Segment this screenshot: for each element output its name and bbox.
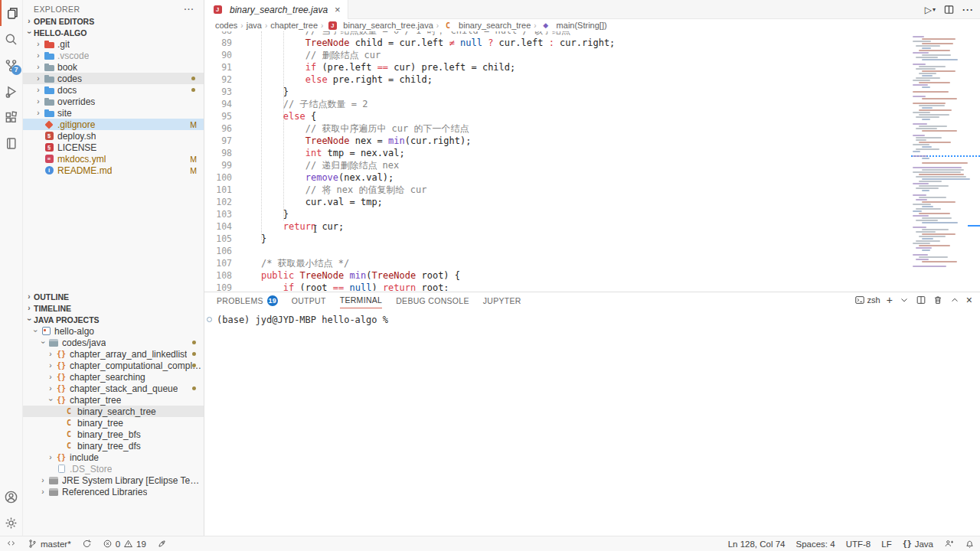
activity-bar-extensions[interactable] bbox=[0, 104, 23, 130]
java-project-item-binary-tree-dfs[interactable]: Cbinary_tree_dfs bbox=[23, 440, 204, 452]
code-line-101[interactable]: 101 // 将 nex 的值复制给 cur bbox=[204, 184, 913, 196]
gutter-line-number[interactable]: 99 bbox=[204, 159, 232, 171]
java-project-item-chapter-computational-complexity[interactable]: ›{}chapter_computational_complexity bbox=[23, 360, 204, 371]
explorer-item-license[interactable]: §LICENSE bbox=[23, 142, 204, 153]
status-indentation[interactable]: Spaces: 4 bbox=[790, 536, 840, 551]
java-project-item-binary-search-tree[interactable]: Cbinary_search_tree bbox=[23, 406, 204, 417]
gutter-line-number[interactable]: 106 bbox=[204, 245, 232, 257]
gutter-line-number[interactable]: 100 bbox=[204, 171, 232, 184]
status-notifications-bell[interactable] bbox=[959, 536, 980, 551]
code-line-96[interactable]: 96 // 获取中序遍历中 cur 的下一个结点 bbox=[204, 122, 913, 135]
status-task-status[interactable] bbox=[152, 536, 172, 551]
java-project-item-binary-tree-bfs[interactable]: Cbinary_tree_bfs bbox=[23, 429, 204, 440]
gutter-line-number[interactable]: 96 bbox=[204, 122, 232, 135]
java-project-item-chapter-tree[interactable]: ›{}chapter_tree bbox=[23, 394, 204, 406]
gutter-line-number[interactable]: 91 bbox=[204, 61, 232, 73]
code-line-102[interactable]: 102 cur.val = tmp; bbox=[204, 196, 913, 208]
code-line-104[interactable]: 104 return cur; bbox=[204, 220, 913, 233]
explorer-item-readme-md[interactable]: iREADME.mdM bbox=[23, 165, 204, 176]
more-actions-button[interactable]: ··· bbox=[962, 5, 974, 15]
outline-section[interactable]: › OUTLINE bbox=[23, 291, 204, 302]
code-line-92[interactable]: 92 else pre.right = child; bbox=[204, 73, 913, 86]
code-line-89[interactable]: 89 TreeNode child = cur.left ≠ null ? cu… bbox=[204, 37, 913, 49]
panel-tab-terminal[interactable]: TERMINAL bbox=[340, 292, 383, 308]
panel-tab-jupyter[interactable]: JUPYTER bbox=[483, 292, 521, 308]
code-line-106[interactable]: 106 bbox=[204, 245, 913, 257]
code-line-88[interactable]: 88 // 当子结点数量 = 0 / 1 时， child = null / 该… bbox=[204, 31, 913, 37]
explorer-more-actions-icon[interactable]: ··· bbox=[185, 5, 198, 14]
code-line-97[interactable]: 97 TreeNode nex = min(cur.right); bbox=[204, 135, 913, 147]
explorer-item-mkdocs-yml[interactable]: ≡mkdocs.ymlM bbox=[23, 153, 204, 165]
gutter-line-number[interactable]: 103 bbox=[204, 208, 232, 220]
status-feedback[interactable] bbox=[939, 536, 959, 551]
gutter-line-number[interactable]: 94 bbox=[204, 98, 232, 110]
split-editor-button[interactable] bbox=[943, 4, 955, 15]
explorer-item-codes[interactable]: ›codes bbox=[23, 73, 204, 84]
status-problems-status[interactable]: 019 bbox=[97, 536, 152, 551]
terminal-dropdown-button[interactable] bbox=[899, 295, 910, 305]
close-panel-button[interactable]: × bbox=[966, 295, 972, 305]
java-project-item-hello-algo[interactable]: ›hello-algo bbox=[23, 325, 204, 337]
panel-tab-problems[interactable]: PROBLEMS19 bbox=[217, 292, 278, 308]
java-project-item-chapter-array-and-linkedlist[interactable]: ›{}chapter_array_and_linkedlist bbox=[23, 348, 204, 360]
panel-tab-output[interactable]: OUTPUT bbox=[292, 292, 326, 308]
explorer-item--git[interactable]: ›.git bbox=[23, 38, 204, 50]
status-branch-status[interactable]: master* bbox=[22, 536, 77, 551]
workspace-root-section[interactable]: › HELLO-ALGO bbox=[23, 27, 204, 38]
timeline-section[interactable]: › TIMELINE bbox=[23, 302, 204, 314]
activity-bar-source-control[interactable]: 7 bbox=[0, 52, 23, 78]
code-line-109[interactable]: 109 if (root == null) return root; bbox=[204, 282, 913, 291]
overview-ruler-scrollbar[interactable] bbox=[966, 31, 980, 291]
explorer-item--gitignore[interactable]: .gitignoreM bbox=[23, 119, 204, 130]
breadcrumb-item-codes[interactable]: codes bbox=[215, 21, 237, 30]
java-project-item-jre-system-library-eclipse-temurin-17-17-[interactable]: ›JRE System Library [Eclipse Temurin 17 … bbox=[23, 474, 204, 486]
code-line-105[interactable]: 105 } bbox=[204, 233, 913, 245]
code-line-108[interactable]: 108 public TreeNode min(TreeNode root) { bbox=[204, 269, 913, 282]
activity-bar-notebook[interactable] bbox=[0, 130, 23, 156]
gutter-line-number[interactable]: 104 bbox=[204, 220, 232, 233]
status-remote-indicator[interactable] bbox=[0, 536, 22, 551]
minimap[interactable] bbox=[913, 32, 966, 290]
gutter-line-number[interactable]: 102 bbox=[204, 196, 232, 208]
gutter-line-number[interactable]: 95 bbox=[204, 110, 232, 122]
kill-terminal-button[interactable] bbox=[933, 295, 943, 305]
java-project-item-chapter-searching[interactable]: ›{}chapter_searching bbox=[23, 371, 204, 383]
gutter-line-number[interactable]: 89 bbox=[204, 37, 232, 49]
code-line-91[interactable]: 91 if (pre.left == cur) pre.left = child… bbox=[204, 61, 913, 73]
breadcrumb-item-chapter-tree[interactable]: chapter_tree bbox=[270, 21, 318, 30]
split-terminal-button[interactable] bbox=[916, 295, 926, 305]
java-project-item-include[interactable]: ›{}include bbox=[23, 452, 204, 463]
code-line-100[interactable]: 100 remove(nex.val); bbox=[204, 171, 913, 184]
java-project-item-chapter-stack-and-queue[interactable]: ›{}chapter_stack_and_queue bbox=[23, 383, 204, 394]
activity-bar-settings[interactable] bbox=[0, 510, 23, 536]
status-sync-status[interactable] bbox=[77, 536, 97, 551]
breadcrumb-item-java[interactable]: java bbox=[247, 21, 262, 30]
activity-bar-run-debug[interactable] bbox=[0, 78, 23, 104]
code-line-93[interactable]: 93 } bbox=[204, 86, 913, 98]
code-line-90[interactable]: 90 // 删除结点 cur bbox=[204, 49, 913, 61]
code-line-103[interactable]: 103 } bbox=[204, 208, 913, 220]
explorer-item-book[interactable]: ›book bbox=[23, 61, 204, 73]
gutter-line-number[interactable]: 98 bbox=[204, 147, 232, 159]
java-project-item-binary-tree[interactable]: Cbinary_tree bbox=[23, 417, 204, 429]
status-cursor-position[interactable]: Ln 128, Col 74 bbox=[723, 536, 791, 551]
gutter-line-number[interactable]: 93 bbox=[204, 86, 232, 98]
activity-bar-search[interactable] bbox=[0, 26, 23, 52]
code-line-99[interactable]: 99 // 递归删除结点 nex bbox=[204, 159, 913, 171]
status-language-mode[interactable]: {}Java bbox=[897, 536, 939, 551]
gutter-line-number[interactable]: 97 bbox=[204, 135, 232, 147]
panel-tab-debug-console[interactable]: DEBUG CONSOLE bbox=[396, 292, 469, 308]
gutter-line-number[interactable]: 105 bbox=[204, 233, 232, 245]
close-icon[interactable]: × bbox=[335, 4, 341, 15]
gutter-line-number[interactable]: 90 bbox=[204, 49, 232, 61]
gutter-line-number[interactable]: 92 bbox=[204, 73, 232, 86]
explorer-item--vscode[interactable]: ›.vscode bbox=[23, 50, 204, 61]
explorer-item-site[interactable]: ›site bbox=[23, 107, 204, 119]
breadcrumb-item-binary-search-tree[interactable]: Cbinary_search_tree bbox=[442, 21, 531, 30]
explorer-item-deploy-sh[interactable]: $deploy.sh bbox=[23, 130, 204, 142]
activity-bar-explorer[interactable] bbox=[0, 0, 23, 26]
status-encoding[interactable]: UTF-8 bbox=[841, 536, 877, 551]
java-project-item--ds-store[interactable]: .DS_Store bbox=[23, 463, 204, 474]
gutter-line-number[interactable]: 101 bbox=[204, 184, 232, 196]
activity-bar-account[interactable] bbox=[0, 484, 23, 510]
